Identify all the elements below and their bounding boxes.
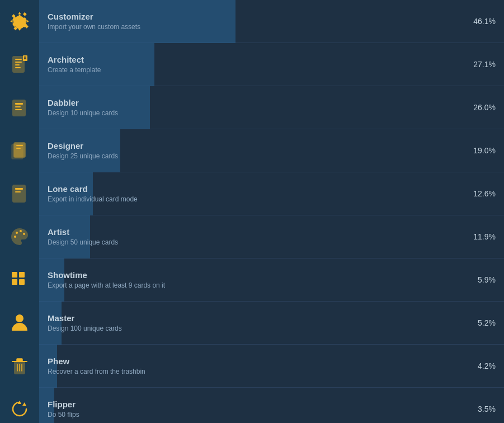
achievement-info-phew: Phew Recover a card from the trashbin [39,345,465,388]
achievement-row-lone-card[interactable]: Lone card Export in individual card mode… [0,172,504,215]
achievement-icon-area-showtime [0,258,39,302]
achievement-icon-area-flipper [0,388,39,424]
svg-rect-28 [19,279,25,285]
achievement-percentage-customizer: 46.1% [465,17,504,26]
achievement-name-designer: Designer [48,141,456,151]
svg-point-23 [20,230,22,232]
svg-rect-6 [15,67,21,68]
svg-rect-32 [17,359,22,361]
achievement-percentage-dabbler: 26.0% [465,103,504,112]
achievement-desc-phew: Recover a card from the trashbin [48,368,456,375]
svg-rect-11 [15,103,23,105]
achievement-info-flipper: Flipper Do 50 flips [39,388,465,424]
achievement-text-master: Master Design 100 unique cards [48,313,456,332]
achievement-icon-artist [8,225,31,248]
achievement-icon-flipper [8,398,31,420]
svg-point-29 [16,314,23,322]
achievement-name-dabbler: Dabbler [48,98,456,107]
achievement-text-phew: Phew Recover a card from the trashbin [48,356,456,375]
svg-point-22 [16,232,18,234]
svg-rect-16 [16,145,23,146]
achievement-text-dabbler: Dabbler Design 10 unique cards [48,98,456,117]
achievement-list: Customizer Import your own custom assets… [0,0,504,423]
achievement-percentage-artist: 11.9% [465,232,504,241]
svg-rect-18 [13,185,25,202]
svg-rect-27 [12,279,17,285]
svg-rect-19 [15,188,23,190]
achievement-row-customizer[interactable]: Customizer Import your own custom assets… [0,0,504,43]
svg-rect-26 [19,272,25,278]
achievement-name-artist: Artist [48,227,456,237]
achievement-row-designer[interactable]: Designer Design 25 unique cards 19.0% [0,129,504,172]
achievement-info-designer: Designer Design 25 unique cards [39,129,465,172]
svg-rect-4 [15,62,22,63]
achievement-desc-dabbler: Design 10 unique cards [48,109,456,117]
achievement-row-showtime[interactable]: Showtime Export a page with at least 9 c… [0,258,504,302]
achievement-icon-area-master [0,302,39,345]
svg-rect-13 [15,109,22,110]
achievement-icon-designer [8,139,31,162]
achievement-percentage-lone-card: 12.6% [465,189,504,198]
achievement-percentage-showtime: 5.9% [465,275,504,284]
achievement-icon-area-dabbler [0,86,39,129]
achievement-desc-customizer: Import your own custom assets [48,23,456,31]
achievement-desc-master: Design 100 unique cards [48,325,456,332]
svg-rect-12 [15,106,21,107]
achievement-icon-customizer [8,10,31,32]
achievement-name-master: Master [48,313,456,323]
achievement-desc-architect: Create a template [48,66,456,74]
achievement-icon-area-customizer [0,0,39,43]
achievement-percentage-architect: 27.1% [465,60,504,69]
achievement-info-artist: Artist Design 50 unique cards [39,215,465,258]
achievement-desc-showtime: Export a page with at least 9 cards on i… [48,281,456,289]
achievement-desc-artist: Design 50 unique cards [48,238,456,246]
achievement-icon-area-designer [0,129,39,172]
achievement-info-dabbler: Dabbler Design 10 unique cards [39,86,465,129]
svg-rect-5 [15,64,20,65]
achievement-name-showtime: Showtime [48,270,456,280]
svg-rect-17 [16,148,21,149]
achievement-name-lone-card: Lone card [48,184,456,194]
achievement-row-master[interactable]: Master Design 100 unique cards 5.2% [0,302,504,345]
achievement-text-showtime: Showtime Export a page with at least 9 c… [48,270,456,289]
achievement-text-artist: Artist Design 50 unique cards [48,227,456,246]
achievement-icon-area-artist [0,215,39,258]
svg-rect-15 [14,143,25,157]
achievement-icon-area-phew [0,345,39,388]
achievement-text-lone-card: Lone card Export in individual card mode [48,184,456,203]
svg-rect-3 [15,59,22,60]
achievement-row-artist[interactable]: Artist Design 50 unique cards 11.9% [0,215,504,258]
svg-point-24 [23,233,25,235]
achievement-desc-designer: Design 25 unique cards [48,152,456,160]
achievement-icon-showtime [8,269,31,291]
svg-rect-7 [23,55,27,61]
achievement-icon-lone-card [8,182,31,205]
svg-rect-25 [12,272,17,278]
svg-rect-20 [15,191,21,192]
achievement-name-phew: Phew [48,356,456,366]
achievement-row-flipper[interactable]: Flipper Do 50 flips 3.5% [0,388,504,423]
achievement-icon-dabbler [8,96,31,119]
achievement-icon-area-lone-card [0,172,39,215]
achievement-name-flipper: Flipper [48,400,456,409]
achievement-info-lone-card: Lone card Export in individual card mode [39,172,465,215]
achievement-text-designer: Designer Design 25 unique cards [48,141,456,160]
achievement-info-showtime: Showtime Export a page with at least 9 c… [39,258,465,302]
achievement-name-architect: Architect [48,55,456,64]
achievement-info-architect: Architect Create a template [39,43,465,86]
achievement-desc-flipper: Do 50 flips [48,411,456,419]
achievement-text-architect: Architect Create a template [48,55,456,74]
achievement-info-master: Master Design 100 unique cards [39,302,465,345]
svg-rect-10 [13,100,25,116]
achievement-percentage-master: 5.2% [465,318,504,327]
achievement-percentage-flipper: 3.5% [465,405,504,413]
achievement-icon-architect [8,53,31,76]
achievement-desc-lone-card: Export in individual card mode [48,195,456,203]
achievement-percentage-designer: 19.0% [465,146,504,155]
achievement-icon-area-architect [0,43,39,86]
achievement-row-architect[interactable]: Architect Create a template 27.1% [0,43,504,86]
achievement-row-dabbler[interactable]: Dabbler Design 10 unique cards 26.0% [0,86,504,129]
achievement-row-phew[interactable]: Phew Recover a card from the trashbin 4.… [0,345,504,388]
achievement-percentage-phew: 4.2% [465,361,504,370]
achievement-text-flipper: Flipper Do 50 flips [48,400,456,419]
